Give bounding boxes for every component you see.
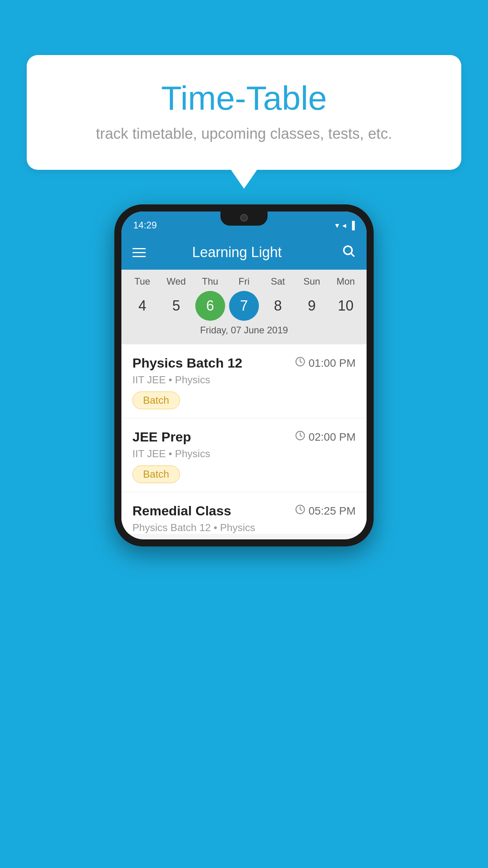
schedule-subtitle-3: Physics Batch 12 • Physics [132, 522, 356, 534]
status-time: 14:29 [133, 220, 157, 231]
day-num-6-today[interactable]: 6 [195, 291, 225, 321]
signal-icon: ◂ [342, 221, 346, 230]
schedule-item-3-header: Remedial Class 05:25 PM [132, 503, 356, 519]
schedule-time-1: 01:00 PM [295, 357, 356, 370]
day-label-wed: Wed [161, 276, 191, 287]
day-label-mon: Mon [331, 276, 361, 287]
phone-screen: 14:29 ▾ ◂ ▐ Learning Light [121, 211, 367, 539]
schedule-time-text-3: 05:25 PM [308, 505, 356, 517]
search-button[interactable] [341, 244, 356, 261]
schedule-subtitle-1: IIT JEE • Physics [132, 374, 356, 386]
svg-line-1 [351, 254, 354, 256]
schedule-time-text-1: 01:00 PM [308, 357, 356, 370]
schedule-subtitle-2: IIT JEE • Physics [132, 448, 356, 460]
calendar-strip: Tue Wed Thu Fri Sat Sun Mon 4 5 6 7 8 9 … [121, 270, 367, 344]
day-num-7-selected[interactable]: 7 [229, 291, 259, 321]
schedule-time-3: 05:25 PM [295, 504, 356, 517]
day-num-10[interactable]: 10 [331, 291, 361, 321]
day-num-9[interactable]: 9 [297, 291, 327, 321]
schedule-item-2-header: JEE Prep 02:00 PM [132, 429, 356, 445]
day-label-sat: Sat [263, 276, 293, 287]
schedule-list: Physics Batch 12 01:00 PM IIT JEE • P [121, 344, 367, 534]
schedule-item-1-header: Physics Batch 12 01:00 PM [132, 355, 356, 371]
bubble-subtitle: track timetable, upcoming classes, tests… [50, 125, 438, 142]
day-num-8[interactable]: 8 [263, 291, 293, 321]
schedule-title-3: Remedial Class [132, 503, 231, 519]
status-icons: ▾ ◂ ▐ [335, 221, 355, 230]
day-label-thu: Thu [195, 276, 225, 287]
schedule-item-2[interactable]: JEE Prep 02:00 PM IIT JEE • Physics [121, 418, 367, 492]
schedule-time-2: 02:00 PM [295, 430, 356, 443]
clock-icon-1 [295, 357, 305, 370]
day-numbers: 4 5 6 7 8 9 10 [121, 291, 367, 321]
phone-notch [220, 211, 268, 226]
menu-icon[interactable] [132, 248, 146, 257]
phone-outer: 14:29 ▾ ◂ ▐ Learning Light [114, 204, 374, 546]
calendar-date-label: Friday, 07 June 2019 [121, 321, 367, 341]
battery-icon: ▐ [349, 221, 355, 230]
day-num-5[interactable]: 5 [161, 291, 191, 321]
bubble-title: Time-Table [50, 79, 438, 118]
batch-badge-1: Batch [132, 392, 180, 409]
app-bar: Learning Light [121, 235, 367, 270]
speech-bubble: Time-Table track timetable, upcoming cla… [27, 55, 461, 170]
speech-bubble-section: Time-Table track timetable, upcoming cla… [27, 55, 461, 170]
app-title: Learning Light [155, 244, 319, 261]
schedule-item-1[interactable]: Physics Batch 12 01:00 PM IIT JEE • P [121, 344, 367, 418]
schedule-title-2: JEE Prep [132, 429, 191, 445]
day-label-sun: Sun [297, 276, 327, 287]
wifi-icon: ▾ [335, 221, 339, 230]
clock-icon-2 [295, 430, 305, 443]
day-label-fri: Fri [229, 276, 259, 287]
day-num-4[interactable]: 4 [127, 291, 157, 321]
schedule-time-text-2: 02:00 PM [308, 431, 356, 443]
batch-badge-2: Batch [132, 465, 180, 483]
clock-icon-3 [295, 504, 305, 517]
phone-camera [240, 214, 248, 222]
day-headers: Tue Wed Thu Fri Sat Sun Mon [121, 276, 367, 287]
schedule-item-3[interactable]: Remedial Class 05:25 PM Physics Batch [121, 492, 367, 534]
day-label-tue: Tue [127, 276, 157, 287]
phone-mockup: 14:29 ▾ ◂ ▐ Learning Light [114, 204, 374, 546]
schedule-title-1: Physics Batch 12 [132, 355, 242, 371]
